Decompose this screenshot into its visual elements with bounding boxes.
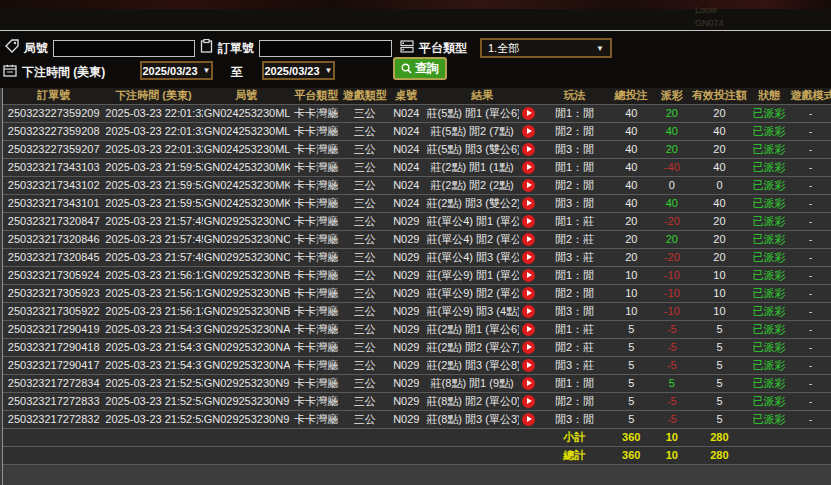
replay-icon[interactable] <box>522 359 535 372</box>
replay-icon[interactable] <box>522 395 535 408</box>
cell-table-no: N029 <box>387 356 426 374</box>
cell-replay <box>519 212 539 230</box>
tag-icon <box>5 39 19 57</box>
replay-icon[interactable] <box>522 305 535 318</box>
cell-table-no: N029 <box>387 266 426 284</box>
cell-game-mode: - <box>790 320 831 338</box>
replay-icon[interactable] <box>522 233 535 246</box>
cell-bet-time: 2025-03-23 21:59:53 <box>104 194 202 212</box>
cell-play-type: 閒2：閒 <box>539 122 610 140</box>
cell-table-no: N029 <box>387 212 426 230</box>
cell-valid-bet: 10 <box>691 284 748 302</box>
cell-platform-type: 卡卡灣廳 <box>290 248 343 266</box>
cell-blank <box>3 428 539 446</box>
replay-icon[interactable] <box>522 413 535 426</box>
calendar-icon <box>3 63 17 81</box>
round-input[interactable] <box>53 40 195 57</box>
cell-game-type: 三公 <box>342 248 387 266</box>
cell-table-no: N024 <box>387 158 426 176</box>
cell-total-bet: 5 <box>610 356 653 374</box>
cell-order-no: 250323217272834 <box>3 374 104 392</box>
cell-order-no: 250323217320846 <box>3 230 104 248</box>
to-label: 至 <box>231 64 243 81</box>
replay-icon[interactable] <box>522 197 535 210</box>
cell-result: 莊(2點) 閒3 (雙公2) <box>426 194 519 212</box>
subtotal-row: 小計36010280 <box>3 428 831 446</box>
cell-valid-bet: 20 <box>691 104 748 122</box>
column-header: 派彩 <box>653 88 692 104</box>
cell-game-type: 三公 <box>342 320 387 338</box>
replay-icon[interactable] <box>522 287 535 300</box>
cell-game-type: 三公 <box>342 374 387 392</box>
cell-play-type: 閒2：閒 <box>539 392 610 410</box>
cell-status: 已派彩 <box>748 122 791 140</box>
cell-round-no: GN029253230N9 <box>203 410 290 428</box>
cell-total-bet: 5 <box>610 374 653 392</box>
cell-total-bet: 40 <box>610 158 653 176</box>
replay-icon[interactable] <box>522 251 535 264</box>
replay-icon[interactable] <box>522 341 535 354</box>
cell-round-no: GN029253230NB <box>203 284 290 302</box>
cell-valid-bet: 0 <box>691 176 748 194</box>
cell-platform-type: 卡卡灣廳 <box>290 392 343 410</box>
cell-replay <box>519 410 539 428</box>
replay-icon[interactable] <box>522 125 535 138</box>
cell-order-no: 250323217320845 <box>3 248 104 266</box>
replay-icon[interactable] <box>522 143 535 156</box>
table-bottom-edge <box>3 464 831 466</box>
cell-blank <box>748 446 791 464</box>
column-header: 訂單號 <box>3 88 104 104</box>
search-button[interactable]: 查詢 <box>393 57 447 80</box>
cell-game-mode: - <box>790 104 831 122</box>
cell-status: 已派彩 <box>748 410 791 428</box>
cell-platform-type: 卡卡灣廳 <box>290 356 343 374</box>
cell-result: 莊(2點) 閒3 (單公8) <box>426 356 519 374</box>
platform-label: 平台類型 <box>419 40 467 57</box>
replay-icon[interactable] <box>522 107 535 120</box>
cell-round-no: GN029253230NA <box>203 356 290 374</box>
cell-payout: 40 <box>653 122 692 140</box>
platform-select[interactable]: 1.全部 ▼ <box>480 38 612 58</box>
cell-payout: 20 <box>653 104 692 122</box>
platform-filter: 平台類型 1.全部 ▼ <box>400 38 612 58</box>
replay-icon[interactable] <box>522 377 535 390</box>
cell-game-mode: - <box>790 158 831 176</box>
table-row: 2503232172728332025-03-23 21:52:53GN0292… <box>3 392 831 410</box>
cell-valid-bet: 5 <box>691 356 748 374</box>
cell-game-type: 三公 <box>342 410 387 428</box>
order-filter: 訂單號 <box>200 39 392 57</box>
cell-bet-time: 2025-03-23 21:57:45 <box>104 248 202 266</box>
cell-bet-time: 2025-03-23 21:54:37 <box>104 338 202 356</box>
cell-payout: 20 <box>653 140 692 158</box>
replay-icon[interactable] <box>522 215 535 228</box>
column-header: 玩法 <box>539 88 610 104</box>
cell-bet-time: 2025-03-23 22:01:32 <box>104 104 202 122</box>
cell-result: 莊(單公9) 閒2 (單公5) <box>426 284 519 302</box>
date-from-select[interactable]: 2025/03/23 ▼ <box>140 61 213 80</box>
cell-replay <box>519 374 539 392</box>
cell-order-no: 250323217343102 <box>3 176 104 194</box>
cell-payout: 5 <box>653 374 692 392</box>
bet-time-filter: 下注時間 (美東) <box>3 63 105 81</box>
cell-replay <box>519 194 539 212</box>
order-input[interactable] <box>259 40 392 57</box>
cell-game-mode: - <box>790 122 831 140</box>
replay-icon[interactable] <box>522 179 535 192</box>
replay-icon[interactable] <box>522 161 535 174</box>
table-header-row: 訂單號下注時間 (美東)局號平台類型遊戲類型桌號結果玩法總投注派彩有效投注額狀態… <box>3 88 831 104</box>
column-header: 局號 <box>203 88 290 104</box>
cell-table-no: N029 <box>387 320 426 338</box>
cell-game-type: 三公 <box>342 266 387 284</box>
cell-game-mode: - <box>790 392 831 410</box>
cell-play-type: 閒2：莊 <box>539 230 610 248</box>
cell-round-no: GN029253230NC <box>203 230 290 248</box>
replay-icon[interactable] <box>522 323 535 336</box>
column-header: 有效投注額 <box>691 88 748 104</box>
cell-game-type: 三公 <box>342 176 387 194</box>
cell-table-no: N029 <box>387 230 426 248</box>
cell-valid-bet: 20 <box>691 248 748 266</box>
date-to-select[interactable]: 2025/03/23 ▼ <box>262 61 335 80</box>
replay-icon[interactable] <box>522 269 535 282</box>
cell-game-type: 三公 <box>342 230 387 248</box>
cell-replay <box>519 338 539 356</box>
